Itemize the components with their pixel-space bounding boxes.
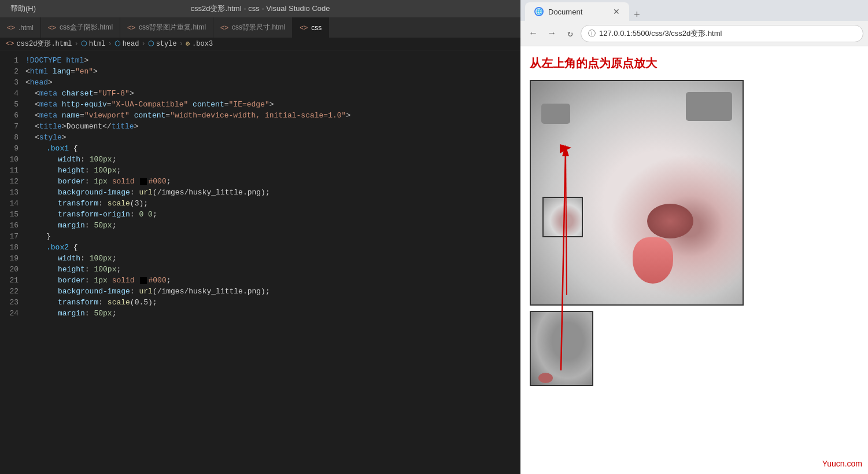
code-line-10: 10 width: 100px; bbox=[0, 154, 520, 165]
code-line-18: 18 .box2 { bbox=[0, 242, 520, 253]
breadcrumb-style[interactable]: style bbox=[156, 40, 177, 48]
breadcrumb: <> css2d变形.html › ⬡ html › ⬡ head › ⬡ st… bbox=[0, 38, 520, 50]
code-line-7: 7 <title>Document</title> bbox=[0, 121, 520, 132]
breadcrumb-icon-1: <> bbox=[6, 40, 14, 48]
small-box-overlay bbox=[542, 197, 583, 237]
tab-icon-size: <> bbox=[220, 24, 228, 32]
tab-label-active: css bbox=[311, 24, 322, 32]
code-editor[interactable]: 1 !DOCTYPE html> 2 <html lang="en"> 3 <h… bbox=[0, 50, 520, 474]
browser-tab-bar: 🌐 Document ✕ + bbox=[520, 0, 868, 21]
address-bar[interactable]: ⓘ 127.0.0.1:5500/css/3/css2d变形.html bbox=[581, 25, 863, 42]
breadcrumb-sep-2: › bbox=[108, 40, 112, 48]
tab-icon-active: <> bbox=[300, 24, 308, 32]
tab-active[interactable]: <> css bbox=[293, 17, 329, 38]
breadcrumb-head[interactable]: head bbox=[123, 40, 139, 48]
code-line-3: 3 <head> bbox=[0, 77, 520, 88]
tab-label-shadow: css盒子阴影.html bbox=[60, 23, 113, 32]
code-line-5: 5 <meta http-equiv="X-UA-Compatible" con… bbox=[0, 99, 520, 110]
code-line-8: 8 <style> bbox=[0, 132, 520, 143]
tab-icon-html: <> bbox=[7, 24, 15, 32]
husky-nose bbox=[647, 204, 693, 238]
husky-eye-right-dark bbox=[686, 92, 732, 121]
tab-icon-shadow: <> bbox=[48, 24, 56, 32]
code-line-19: 19 width: 100px; bbox=[0, 253, 520, 264]
browser-tab-close-button[interactable]: ✕ bbox=[613, 7, 620, 16]
reload-button[interactable]: ↻ bbox=[562, 25, 578, 42]
box2-small-image bbox=[530, 311, 593, 386]
color-swatch-1 bbox=[140, 178, 147, 185]
yuucn-watermark: Yuucn.com bbox=[822, 459, 862, 468]
title-bar: 帮助(H) css2d变形.html - css - Visual Studio… bbox=[0, 0, 520, 17]
browser-new-tab-button[interactable]: + bbox=[634, 9, 640, 21]
code-line-23: 23 transform: scale(0.5); bbox=[0, 297, 520, 308]
code-line-6: 6 <meta name="viewport" content="width=d… bbox=[0, 110, 520, 121]
window-title: css2d变形.html - css - Visual Studio Code bbox=[190, 3, 330, 14]
box2-nose bbox=[538, 373, 553, 383]
browser-tab-document[interactable]: 🌐 Document ✕ bbox=[525, 2, 629, 21]
tab-html[interactable]: <> .html bbox=[0, 17, 41, 38]
code-line-22: 22 background-image: url(/imges/husky_li… bbox=[0, 286, 520, 297]
demo-title: 从左上角的点为原点放大 bbox=[530, 56, 859, 71]
color-swatch-2 bbox=[140, 277, 147, 284]
tab-box-shadow[interactable]: <> css盒子阴影.html bbox=[41, 17, 120, 38]
breadcrumb-box3[interactable]: .box3 bbox=[192, 40, 213, 48]
breadcrumb-icon-3: ⬡ bbox=[114, 39, 120, 48]
code-line-2: 2 <html lang="en"> bbox=[0, 66, 520, 77]
code-line-9: 9 .box1 { bbox=[0, 143, 520, 154]
globe-icon: 🌐 bbox=[534, 7, 544, 16]
tab-bg-size[interactable]: <> css背景尺寸.html bbox=[213, 17, 293, 38]
tabs-bar: <> .html <> css盒子阴影.html <> css背景图片重复.ht… bbox=[0, 17, 520, 38]
box2-image-content bbox=[531, 312, 592, 385]
breadcrumb-icon-5: ⚙ bbox=[186, 39, 190, 48]
browser-content: 从左上角的点为原点放大 bbox=[520, 46, 868, 474]
box2-wrapper bbox=[530, 311, 859, 386]
code-line-15: 15 transform-origin: 0 0; bbox=[0, 209, 520, 220]
editor-panel: 帮助(H) css2d变形.html - css - Visual Studio… bbox=[0, 0, 520, 474]
breadcrumb-icon-4: ⬡ bbox=[148, 39, 154, 48]
code-line-13: 13 background-image: url(/imges/husky_li… bbox=[0, 187, 520, 198]
code-line-12: 12 border: 1px solid #000; bbox=[0, 176, 520, 187]
tab-label-html: .html bbox=[19, 24, 34, 32]
husky-tongue bbox=[633, 237, 673, 284]
browser-chrome: 🌐 Document ✕ + ← → ↻ ⓘ 127.0.0.1:5500/cs… bbox=[520, 0, 868, 46]
breadcrumb-sep-3: › bbox=[141, 40, 145, 48]
tab-label-size: css背景尺寸.html bbox=[232, 23, 285, 32]
address-url: 127.0.0.1:5500/css/3/css2d变形.html bbox=[599, 28, 722, 39]
tab-label-repeat: css背景图片重复.html bbox=[139, 23, 206, 32]
breadcrumb-file[interactable]: css2d变形.html bbox=[16, 39, 72, 49]
code-line-20: 20 height: 100px; bbox=[0, 264, 520, 275]
box1-wrapper bbox=[530, 80, 744, 306]
box1-image-content bbox=[531, 81, 743, 304]
code-line-14: 14 transform: scale(3); bbox=[0, 198, 520, 209]
code-line-21: 21 border: 1px solid #000; bbox=[0, 275, 520, 286]
breadcrumb-icon-2: ⬡ bbox=[81, 39, 87, 48]
breadcrumb-html[interactable]: html bbox=[89, 40, 106, 48]
code-line-4: 4 <meta charset="UTF-8"> bbox=[0, 88, 520, 99]
breadcrumb-sep-4: › bbox=[179, 40, 183, 48]
small-box-image bbox=[544, 198, 582, 236]
breadcrumb-sep-1: › bbox=[74, 40, 78, 48]
code-line-17: 17 } bbox=[0, 231, 520, 242]
browser-toolbar: ← → ↻ ⓘ 127.0.0.1:5500/css/3/css2d变形.htm… bbox=[520, 21, 868, 46]
content-wrapper: 从左上角的点为原点放大 bbox=[520, 46, 868, 474]
browser-panel: 🌐 Document ✕ + ← → ↻ ⓘ 127.0.0.1:5500/cs… bbox=[520, 0, 868, 474]
forward-button[interactable]: → bbox=[544, 25, 560, 42]
tab-icon-repeat: <> bbox=[127, 24, 135, 32]
browser-tab-title: Document bbox=[548, 8, 582, 16]
code-line-1: 1 !DOCTYPE html> bbox=[0, 55, 520, 66]
menu-help[interactable]: 帮助(H) bbox=[6, 2, 40, 15]
back-button[interactable]: ← bbox=[525, 25, 541, 42]
husky-eye-left-dark bbox=[541, 104, 570, 124]
box1-large-image bbox=[530, 80, 744, 306]
info-icon: ⓘ bbox=[588, 28, 596, 39]
code-line-16: 16 margin: 50px; bbox=[0, 220, 520, 231]
tab-bg-repeat[interactable]: <> css背景图片重复.html bbox=[120, 17, 213, 38]
code-line-11: 11 height: 100px; bbox=[0, 165, 520, 176]
code-line-24: 24 margin: 50px; bbox=[0, 308, 520, 319]
